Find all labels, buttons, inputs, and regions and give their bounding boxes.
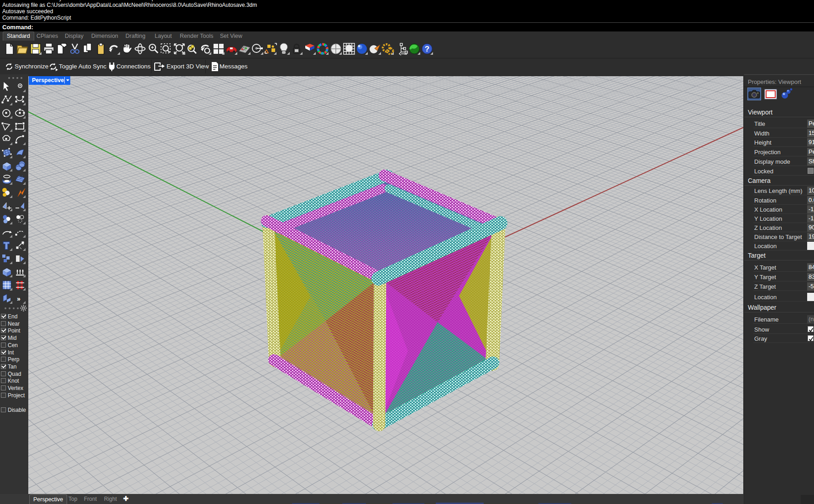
- svg-text:?: ?: [425, 45, 429, 53]
- svg-text:»: »: [17, 295, 21, 302]
